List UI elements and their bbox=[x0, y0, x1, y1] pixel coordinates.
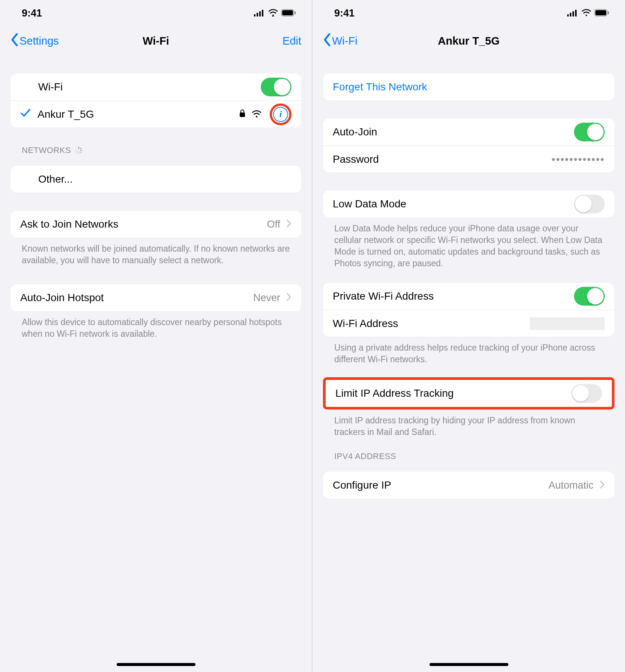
wifi-label: Wi-Fi bbox=[38, 81, 63, 93]
clock: 9:41 bbox=[22, 8, 42, 19]
svg-line-11 bbox=[80, 148, 81, 149]
status-right bbox=[567, 8, 609, 19]
limit-ip-label: Limit IP Address Tracking bbox=[335, 387, 454, 399]
checkmark-icon bbox=[20, 108, 31, 120]
battery-icon bbox=[281, 8, 296, 19]
private-addr-label: Private Wi-Fi Address bbox=[333, 290, 434, 302]
ask-join-label: Ask to Join Networks bbox=[20, 218, 118, 230]
wifi-group: Wi-Fi Ankur T_5G bbox=[11, 74, 301, 128]
lowdata-toggle[interactable] bbox=[574, 195, 605, 213]
svg-rect-2 bbox=[259, 11, 261, 16]
svg-rect-18 bbox=[567, 14, 569, 16]
lowdata-group: Low Data Mode bbox=[323, 190, 614, 218]
content: Forget This Network Auto-Join Password •… bbox=[312, 56, 625, 672]
autojoin-group: Auto-Join Password •••••••••••• bbox=[323, 118, 614, 172]
status-bar: 9:41 bbox=[312, 0, 625, 26]
ask-join-footer: Known networks will be joined automatica… bbox=[11, 238, 301, 266]
content: Wi-Fi Ankur T_5G bbox=[0, 56, 312, 672]
wifi-icon bbox=[268, 8, 278, 19]
clock: 9:41 bbox=[334, 8, 355, 19]
edit-button[interactable]: Edit bbox=[282, 35, 301, 47]
wifi-strength-icon bbox=[252, 108, 261, 120]
chevron-right-icon bbox=[286, 218, 291, 230]
svg-point-22 bbox=[586, 15, 587, 16]
forget-network-row[interactable]: Forget This Network bbox=[323, 74, 614, 100]
status-bar: 9:41 bbox=[0, 0, 312, 26]
other-label: Other... bbox=[38, 173, 73, 185]
autojoin-hotspot-value: Never bbox=[253, 292, 280, 304]
info-icon[interactable]: i bbox=[273, 107, 288, 122]
password-value: •••••••••••• bbox=[551, 153, 605, 165]
svg-rect-20 bbox=[572, 11, 574, 16]
wifi-addr-value bbox=[530, 317, 605, 330]
chevron-right-icon bbox=[286, 292, 291, 304]
page-title: Ankur T_5G bbox=[438, 35, 499, 47]
other-network-row[interactable]: Other... bbox=[11, 166, 301, 193]
connected-network-row[interactable]: Ankur T_5G i bbox=[11, 100, 301, 128]
networks-header: NETWORKS bbox=[11, 146, 301, 158]
password-row[interactable]: Password •••••••••••• bbox=[323, 146, 614, 172]
network-detail-screen: 9:41 Wi-Fi Ankur T_5G bbox=[312, 0, 625, 672]
forget-label: Forget This Network bbox=[333, 81, 427, 93]
autojoin-footer: Allow this device to automatically disco… bbox=[11, 311, 301, 340]
home-indicator[interactable] bbox=[430, 663, 508, 666]
page-title: Wi-Fi bbox=[143, 35, 169, 47]
private-addr-footer: Using a private address helps reduce tra… bbox=[323, 337, 614, 365]
chevron-right-icon bbox=[599, 479, 605, 491]
chevron-left-icon bbox=[11, 33, 19, 49]
svg-rect-6 bbox=[282, 10, 293, 15]
limit-ip-footer: Limit IP address tracking by hiding your… bbox=[323, 410, 614, 438]
lowdata-row[interactable]: Low Data Mode bbox=[323, 190, 614, 218]
private-addr-toggle[interactable] bbox=[574, 287, 605, 306]
svg-rect-21 bbox=[575, 10, 577, 16]
private-addr-group: Private Wi-Fi Address Wi-Fi Address bbox=[323, 283, 614, 337]
networks-group: Other... bbox=[11, 166, 301, 193]
svg-rect-3 bbox=[262, 10, 263, 16]
svg-rect-1 bbox=[257, 13, 258, 16]
wifi-toggle[interactable] bbox=[261, 78, 291, 96]
ipv4-group: Configure IP Automatic bbox=[323, 472, 614, 499]
ipv4-header: IPV4 ADDRESS bbox=[323, 452, 614, 464]
svg-point-9 bbox=[256, 116, 257, 117]
back-label: Settings bbox=[20, 35, 59, 47]
limit-ip-toggle[interactable] bbox=[571, 384, 602, 403]
wifi-settings-screen: 9:41 Settings Wi-Fi Edit bbox=[0, 0, 312, 672]
back-button[interactable]: Wi-Fi bbox=[323, 33, 358, 49]
svg-line-13 bbox=[80, 152, 81, 153]
svg-rect-24 bbox=[595, 10, 606, 15]
highlight-ring: i bbox=[270, 104, 291, 125]
autojoin-hotspot-group: Auto-Join Hotspot Never bbox=[11, 284, 301, 311]
svg-rect-25 bbox=[608, 11, 609, 14]
forget-group: Forget This Network bbox=[323, 74, 614, 100]
wifi-toggle-row[interactable]: Wi-Fi bbox=[11, 74, 301, 100]
svg-rect-0 bbox=[254, 14, 255, 16]
status-right bbox=[254, 8, 296, 19]
spinner-icon bbox=[75, 146, 83, 154]
wifi-addr-row[interactable]: Wi-Fi Address bbox=[323, 310, 614, 337]
ask-to-join-group: Ask to Join Networks Off bbox=[11, 211, 301, 238]
home-indicator[interactable] bbox=[117, 663, 195, 666]
private-addr-row[interactable]: Private Wi-Fi Address bbox=[323, 283, 614, 310]
nav-bar: Wi-Fi Ankur T_5G bbox=[312, 26, 625, 56]
cellular-icon bbox=[567, 8, 578, 19]
svg-rect-7 bbox=[294, 11, 296, 14]
back-label: Wi-Fi bbox=[332, 35, 358, 47]
svg-rect-8 bbox=[240, 112, 245, 117]
limit-ip-row[interactable]: Limit IP Address Tracking bbox=[326, 380, 612, 407]
svg-line-17 bbox=[77, 148, 78, 149]
autojoin-label: Auto-Join bbox=[333, 126, 377, 138]
chevron-left-icon bbox=[323, 33, 331, 49]
autojoin-row[interactable]: Auto-Join bbox=[323, 118, 614, 146]
network-name: Ankur T_5G bbox=[38, 108, 94, 120]
ask-join-value: Off bbox=[267, 219, 280, 230]
autojoin-hotspot-label: Auto-Join Hotspot bbox=[20, 292, 104, 304]
configure-ip-row[interactable]: Configure IP Automatic bbox=[323, 472, 614, 499]
cellular-icon bbox=[254, 8, 265, 19]
autojoin-hotspot-row[interactable]: Auto-Join Hotspot Never bbox=[11, 284, 301, 311]
wifi-addr-label: Wi-Fi Address bbox=[333, 318, 398, 330]
ask-to-join-row[interactable]: Ask to Join Networks Off bbox=[11, 211, 301, 238]
lowdata-footer: Low Data Mode helps reduce your iPhone d… bbox=[323, 218, 614, 269]
lock-icon bbox=[239, 108, 246, 120]
autojoin-toggle[interactable] bbox=[574, 123, 605, 141]
back-button[interactable]: Settings bbox=[11, 33, 59, 49]
